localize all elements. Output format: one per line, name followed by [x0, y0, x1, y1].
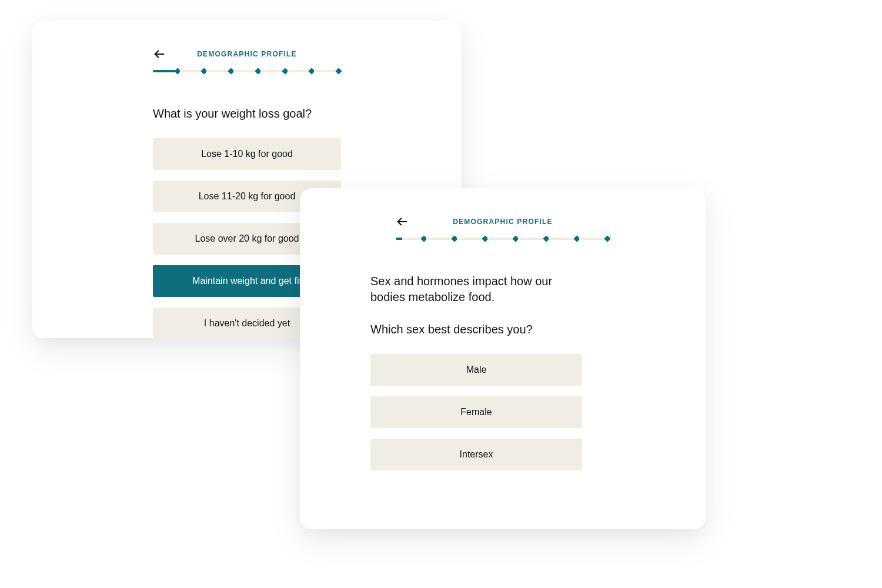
option-intersex[interactable]: Intersex	[370, 439, 582, 470]
options-list: Male Female Intersex	[370, 354, 582, 470]
progress-segment	[153, 70, 175, 72]
header-title: DEMOGRAPHIC PROFILE	[396, 218, 610, 226]
question-text: Which sex best describes you?	[370, 322, 582, 338]
question-text: What is your weight loss goal?	[153, 106, 341, 122]
progress-marker-icon	[335, 68, 342, 74]
header-title: DEMOGRAPHIC PROFILE	[153, 50, 341, 58]
progress-segment	[260, 70, 283, 72]
onboarding-card-sex: DEMOGRAPHIC PROFILE Sex and hormones imp…	[300, 188, 706, 529]
progress-segment	[487, 238, 513, 240]
progress-segment	[426, 238, 452, 240]
option-lose-1-10[interactable]: Lose 1-10 kg for good	[153, 138, 341, 170]
progress-segment	[314, 70, 336, 72]
option-male[interactable]: Male	[370, 354, 582, 386]
progress-bar	[396, 236, 610, 241]
card-header: DEMOGRAPHIC PROFILE	[153, 50, 341, 58]
progress-segment	[457, 238, 483, 240]
progress-segment	[206, 70, 229, 72]
option-female[interactable]: Female	[370, 396, 582, 428]
intro-text: Sex and hormones impact how our bodies m…	[370, 273, 582, 305]
progress-segment	[233, 70, 256, 72]
progress-segment	[288, 70, 310, 72]
progress-segment	[180, 70, 202, 72]
progress-segment	[396, 238, 422, 240]
progress-segment	[518, 238, 544, 240]
progress-segment	[579, 238, 605, 240]
progress-marker-icon	[604, 235, 611, 242]
progress-bar	[153, 69, 341, 74]
progress-segment	[549, 238, 574, 240]
back-arrow-icon[interactable]	[153, 48, 166, 61]
back-arrow-icon[interactable]	[396, 215, 409, 228]
card-header: DEMOGRAPHIC PROFILE	[396, 218, 610, 226]
